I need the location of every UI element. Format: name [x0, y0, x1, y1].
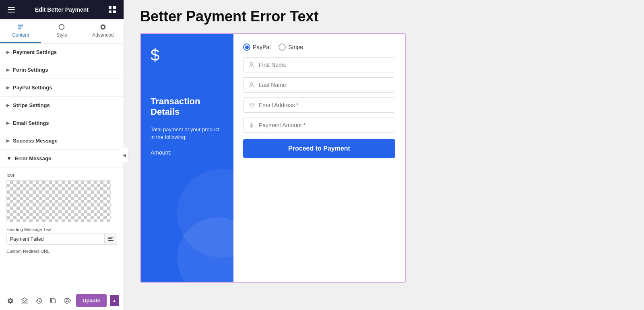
eye-icon[interactable]: [62, 295, 73, 306]
sidebar-item-paypal-settings[interactable]: ▶ PayPal Settings: [0, 79, 124, 97]
svg-rect-2: [8, 12, 15, 12]
email-address-field: [243, 97, 395, 113]
icon-preview[interactable]: [6, 180, 111, 222]
last-name-input[interactable]: [259, 82, 390, 88]
paypal-option[interactable]: PayPal: [243, 43, 270, 51]
svg-rect-4: [113, 6, 116, 9]
heading-message-input-row: [6, 234, 117, 245]
paypal-radio[interactable]: [243, 43, 250, 51]
svg-rect-10: [51, 299, 55, 303]
text-align-button[interactable]: [104, 234, 117, 244]
settings-icon[interactable]: [5, 295, 16, 306]
layers-icon[interactable]: [19, 295, 30, 306]
top-bar: Edit Better Payment: [0, 0, 124, 19]
first-name-input[interactable]: [259, 62, 390, 68]
svg-rect-5: [109, 10, 111, 13]
tab-style[interactable]: Style: [41, 19, 82, 43]
arrow-icon: ▶: [6, 68, 10, 72]
grid-icon[interactable]: [107, 5, 117, 14]
sidebar-item-success-message[interactable]: ▶ Success Message: [0, 132, 124, 150]
top-bar-title: Edit Better Payment: [35, 6, 89, 13]
arrow-icon: ▶: [6, 85, 10, 90]
svg-rect-3: [109, 6, 111, 9]
error-message-body: Icon Heading Message Text Custom Redirec…: [0, 167, 124, 258]
email-input[interactable]: [259, 102, 390, 108]
arrow-down-icon: ▼: [6, 155, 12, 161]
heading-message-label: Heading Message Text: [6, 227, 117, 232]
redirect-url-label: Custom Redirect URL: [6, 249, 117, 254]
amount-label: Amount:: [151, 149, 224, 156]
sidebar-content: ▶ Payment Settings ▶ Form Settings ▶ Pay…: [0, 43, 124, 291]
error-message-header[interactable]: ▼ Error Message: [0, 150, 124, 167]
payment-options: PayPal Stripe: [243, 43, 395, 51]
transaction-title: Transaction Details: [151, 96, 224, 118]
error-message-section: ▼ Error Message Icon Heading Message Tex…: [0, 150, 124, 258]
stripe-radio[interactable]: [279, 43, 286, 51]
sidebar-item-payment-settings[interactable]: ▶ Payment Settings: [0, 43, 124, 61]
sidebar-item-stripe-settings[interactable]: ▶ Stripe Settings: [0, 97, 124, 114]
svg-rect-1: [8, 9, 15, 10]
svg-rect-7: [108, 237, 114, 238]
page-title: Better Payment Error Text: [140, 8, 628, 25]
arrow-icon: ▶: [6, 50, 10, 54]
widget-right-panel: PayPal Stripe: [233, 34, 405, 282]
svg-rect-6: [113, 10, 116, 13]
payment-amount-field: [243, 118, 395, 133]
svg-point-13: [250, 83, 253, 85]
svg-point-12: [250, 62, 253, 65]
payment-widget: $ Transaction Details Total payment of y…: [140, 33, 406, 283]
update-button[interactable]: Update: [76, 294, 107, 307]
svg-rect-9: [108, 240, 114, 241]
stripe-option[interactable]: Stripe: [279, 43, 303, 51]
dollar-sign-icon: $: [151, 46, 224, 64]
update-dropdown-button[interactable]: ▲: [110, 295, 119, 306]
transaction-description: Total payment of your product in the fol…: [151, 126, 224, 141]
user-icon: [248, 62, 255, 68]
proceed-to-payment-button[interactable]: Proceed to Payment: [243, 139, 395, 158]
history-icon[interactable]: [33, 295, 44, 306]
first-name-field: [243, 57, 395, 72]
sidebar-item-form-settings[interactable]: ▶ Form Settings: [0, 61, 124, 79]
heading-message-input[interactable]: [7, 234, 104, 244]
email-icon: [248, 102, 255, 108]
tab-advanced[interactable]: Advanced: [83, 19, 124, 43]
widget-left-panel: $ Transaction Details Total payment of y…: [141, 34, 233, 282]
tab-content[interactable]: Content: [0, 19, 41, 43]
last-name-field: [243, 77, 395, 93]
payment-amount-input[interactable]: [259, 122, 390, 128]
user-icon: [248, 82, 255, 88]
icon-label: Icon: [6, 172, 117, 178]
tabs-bar: Content Style Advanced: [0, 19, 124, 43]
hamburger-icon[interactable]: [6, 5, 16, 14]
svg-rect-14: [249, 103, 254, 107]
main-content: Better Payment Error Text $ Transaction …: [124, 0, 644, 310]
arrow-icon: ▶: [6, 103, 10, 107]
bottom-bar: Update ▲: [0, 291, 124, 310]
sidebar-item-email-settings[interactable]: ▶ Email Settings: [0, 114, 124, 132]
arrow-icon: ▶: [6, 138, 10, 143]
svg-rect-0: [8, 7, 15, 8]
arrow-icon: ▶: [6, 121, 10, 125]
left-panel: Edit Better Payment Content Style Advanc…: [0, 0, 124, 310]
svg-point-11: [66, 300, 68, 302]
dollar-icon: [248, 122, 255, 128]
svg-rect-8: [108, 238, 112, 239]
duplicate-icon[interactable]: [47, 295, 58, 306]
panel-collapse-toggle[interactable]: ◀: [120, 147, 128, 163]
